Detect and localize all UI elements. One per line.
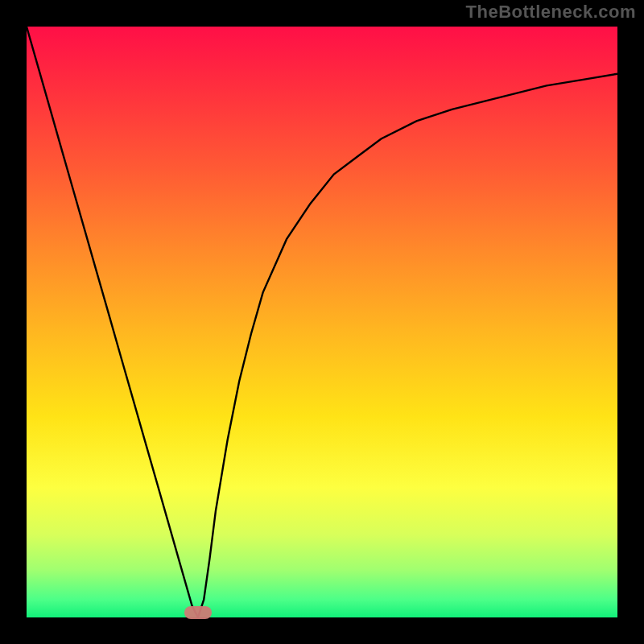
- chart-frame: TheBottleneck.com: [0, 0, 644, 644]
- curve-path: [27, 27, 617, 617]
- bottleneck-curve: [27, 27, 617, 617]
- plot-area: [27, 27, 617, 617]
- minimum-marker: [184, 606, 212, 619]
- watermark-label: TheBottleneck.com: [466, 2, 636, 23]
